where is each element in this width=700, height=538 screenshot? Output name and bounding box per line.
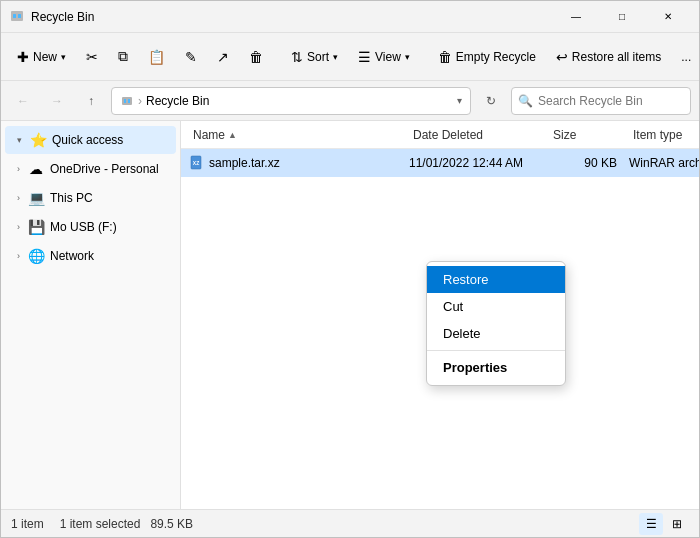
svg-rect-1 [13, 14, 16, 18]
column-header-size[interactable]: Size [549, 121, 629, 149]
svg-rect-0 [11, 11, 23, 21]
main-content: ▾ ⭐ Quick access › ☁ OneDrive - Personal… [1, 121, 699, 509]
restore-all-icon: ↩ [556, 49, 568, 65]
restore-all-button[interactable]: ↩ Restore all items [548, 39, 669, 75]
view-button[interactable]: ☰ View ▾ [350, 39, 418, 75]
file-date-deleted: 11/01/2022 12:44 AM [409, 156, 549, 170]
context-menu-separator [427, 350, 565, 351]
status-bar: 1 item 1 item selected 89.5 KB ☰ ⊞ [1, 509, 699, 537]
context-menu: Restore Cut Delete Properties [426, 261, 566, 386]
sidebar: ▾ ⭐ Quick access › ☁ OneDrive - Personal… [1, 121, 181, 509]
file-list-header: Name ▲ Date Deleted Size Item type Date … [181, 121, 699, 149]
context-menu-item-delete[interactable]: Delete [427, 320, 565, 347]
file-size: 90 KB [549, 156, 629, 170]
search-wrapper: 🔍 [511, 87, 691, 115]
onedrive-icon: ☁ [28, 161, 44, 177]
onedrive-expand-icon: › [17, 164, 20, 174]
address-bar: ← → ↑ › Recycle Bin ▾ ↻ 🔍 [1, 81, 699, 121]
paste-icon: 📋 [148, 49, 165, 65]
quick-access-icon: ⭐ [30, 132, 46, 148]
main-window: Recycle Bin — □ ✕ ✚ New ▾ ✂ ⧉ 📋 ✎ ↗ 🗑 [0, 0, 700, 538]
address-path: Recycle Bin [146, 94, 209, 108]
sort-arrow-name: ▲ [228, 130, 237, 140]
scissors-button[interactable]: ✂ [78, 39, 106, 75]
sidebar-item-label-mo-usb: Mo USB (F:) [50, 220, 117, 234]
share-button[interactable]: ↗ [209, 39, 237, 75]
search-input[interactable] [511, 87, 691, 115]
tiles-view-button[interactable]: ⊞ [665, 513, 689, 535]
share-icon: ↗ [217, 49, 229, 65]
file-icon: XZ [189, 155, 205, 171]
back-button[interactable]: ← [9, 87, 37, 115]
sidebar-item-network[interactable]: › 🌐 Network [5, 242, 176, 270]
context-menu-item-restore[interactable]: Restore [427, 266, 565, 293]
file-list: Name ▲ Date Deleted Size Item type Date … [181, 121, 699, 509]
new-button[interactable]: ✚ New ▾ [9, 39, 74, 75]
delete-button[interactable]: 🗑 [241, 39, 271, 75]
rename-button[interactable]: ✎ [177, 39, 205, 75]
sidebar-item-quick-access[interactable]: ▾ ⭐ Quick access [5, 126, 176, 154]
more-options-button[interactable]: ... [673, 39, 699, 75]
window-icon [9, 9, 25, 25]
minimize-button[interactable]: — [553, 1, 599, 33]
svg-rect-2 [18, 14, 21, 18]
up-button[interactable]: ↑ [77, 87, 105, 115]
file-item-type: WinRAR archive [629, 156, 699, 170]
copy-icon: ⧉ [118, 48, 128, 65]
column-header-date-deleted[interactable]: Date Deleted [409, 121, 549, 149]
sort-button[interactable]: ⇅ Sort ▾ [283, 39, 346, 75]
empty-recycle-icon: 🗑 [438, 49, 452, 65]
details-view-button[interactable]: ☰ [639, 513, 663, 535]
address-separator: › [138, 94, 142, 108]
column-header-item-type[interactable]: Item type [629, 121, 699, 149]
network-icon: 🌐 [28, 248, 44, 264]
window-title: Recycle Bin [31, 10, 553, 24]
mo-usb-icon: 💾 [28, 219, 44, 235]
maximize-button[interactable]: □ [599, 1, 645, 33]
rename-icon: ✎ [185, 49, 197, 65]
svg-rect-3 [122, 97, 132, 105]
view-icon: ☰ [358, 49, 371, 65]
status-text-group: 1 item 1 item selected 89.5 KB [11, 517, 193, 531]
svg-rect-5 [128, 99, 130, 103]
sidebar-item-onedrive[interactable]: › ☁ OneDrive - Personal [5, 155, 176, 183]
svg-rect-4 [124, 99, 126, 103]
file-name: sample.tar.xz [209, 156, 280, 170]
quick-access-expand-icon: ▾ [17, 135, 22, 145]
delete-icon: 🗑 [249, 49, 263, 65]
this-pc-expand-icon: › [17, 193, 20, 203]
copy-button[interactable]: ⧉ [110, 39, 136, 75]
context-menu-item-cut[interactable]: Cut [427, 293, 565, 320]
recycle-bin-address-icon [120, 94, 134, 108]
sort-icon: ⇅ [291, 49, 303, 65]
close-button[interactable]: ✕ [645, 1, 691, 33]
status-selected: 1 item selected 89.5 KB [60, 517, 193, 531]
forward-button[interactable]: → [43, 87, 71, 115]
sidebar-item-this-pc[interactable]: › 💻 This PC [5, 184, 176, 212]
network-expand-icon: › [17, 251, 20, 261]
this-pc-icon: 💻 [28, 190, 44, 206]
view-controls: ☰ ⊞ [639, 513, 689, 535]
title-bar: Recycle Bin — □ ✕ [1, 1, 699, 33]
scissors-icon: ✂ [86, 49, 98, 65]
toolbar: ✚ New ▾ ✂ ⧉ 📋 ✎ ↗ 🗑 ⇅ Sort ▾ ☰ [1, 33, 699, 81]
context-menu-item-properties[interactable]: Properties [427, 354, 565, 381]
sidebar-item-label-onedrive: OneDrive - Personal [50, 162, 159, 176]
sidebar-item-mo-usb[interactable]: › 💾 Mo USB (F:) [5, 213, 176, 241]
empty-recycle-button[interactable]: 🗑 Empty Recycle [430, 39, 544, 75]
new-icon: ✚ [17, 49, 29, 65]
column-header-name[interactable]: Name ▲ [189, 121, 409, 149]
sidebar-item-label-network: Network [50, 249, 94, 263]
address-dropdown-icon[interactable]: ▾ [457, 95, 462, 106]
mo-usb-expand-icon: › [17, 222, 20, 232]
status-count: 1 item [11, 517, 44, 531]
window-controls: — □ ✕ [553, 1, 691, 33]
address-breadcrumb[interactable]: › Recycle Bin ▾ [111, 87, 471, 115]
paste-button[interactable]: 📋 [140, 39, 173, 75]
sidebar-item-label-quick-access: Quick access [52, 133, 123, 147]
refresh-button[interactable]: ↻ [477, 87, 505, 115]
svg-text:XZ: XZ [193, 160, 199, 166]
file-row[interactable]: XZ sample.tar.xz 11/01/2022 12:44 AM 90 … [181, 149, 699, 177]
sidebar-item-label-this-pc: This PC [50, 191, 93, 205]
